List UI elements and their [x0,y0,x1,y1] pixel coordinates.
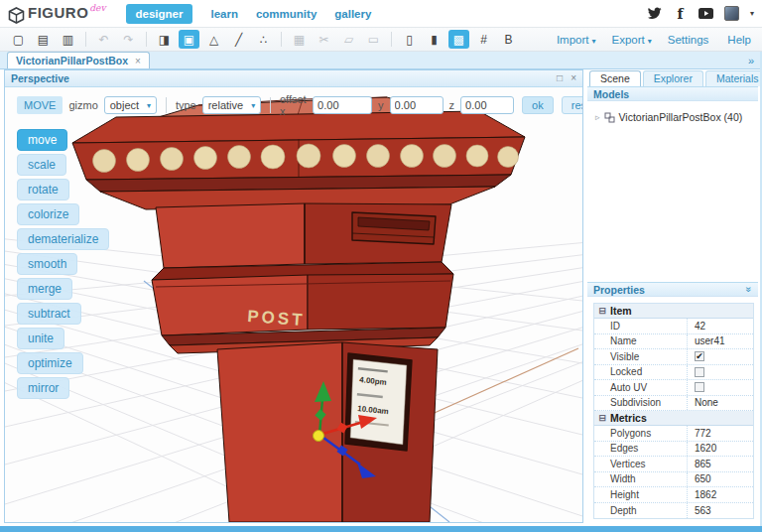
toolbar-links: Import▾ Export▾ Settings Help [557,34,754,46]
new-file-icon[interactable]: ▢ [8,30,29,49]
property-row: Height1862 [594,487,753,503]
separator[interactable] [85,32,86,47]
property-label: Name [594,334,688,349]
property-row: Edges1620 [594,442,753,458]
youtube-icon[interactable] [698,6,713,21]
top-navbar: FIGURO dev designer learn community gall… [0,0,762,27]
tool-button[interactable]: unite [17,328,64,349]
bottom-bar [0,526,762,532]
expander-icon[interactable]: ▹ [595,112,600,122]
toolbar-link[interactable]: Import▾ [557,34,596,46]
avatar-caret-icon[interactable]: ▾ [750,9,754,18]
nav-item[interactable]: learn [210,8,238,20]
sidebar-collapse-icon[interactable]: » [748,55,754,66]
select-face-icon[interactable]: △ [203,30,224,49]
offset-x-input[interactable] [313,96,372,114]
save-copy-icon[interactable]: ▥ [58,30,78,49]
property-value: 772 [688,428,753,439]
separator[interactable] [146,32,147,47]
figuro-logo[interactable]: FIGURO dev [8,4,106,24]
viewport-canvas[interactable]: POST 4.00pm 10.00am [5,87,582,522]
divider [270,97,271,113]
figuro-app: FIGURO dev designer learn community gall… [0,0,762,532]
collapse-group-icon[interactable]: ⊟ [594,306,610,316]
property-value: 42 [688,321,753,332]
ok-button[interactable]: ok [522,96,554,114]
undo-icon[interactable]: ↶ [93,30,114,49]
tool-button[interactable]: smooth [17,253,77,275]
separator[interactable] [281,32,282,47]
solid-mode-icon[interactable]: ▮ [424,30,444,49]
property-label: Polygons [594,426,688,441]
property-row: Vertices865 [594,457,753,472]
property-group-header[interactable]: ⊟Metrics [594,411,753,426]
nav-item[interactable]: designer [126,4,193,24]
divider [166,97,167,113]
tool-button[interactable]: merge [17,278,72,300]
paste-icon[interactable]: ▭ [363,30,384,49]
toolbar-link[interactable]: Settings [668,34,712,46]
textured-mode-icon[interactable]: ▩ [448,30,469,49]
cut-icon[interactable]: ✂ [314,30,334,49]
tool-button[interactable]: dematerialize [17,228,109,250]
nav-item[interactable]: gallery [334,8,371,20]
select-vertex-icon[interactable]: ∴ [253,30,274,49]
collapse-properties-icon[interactable]: » [744,287,755,293]
post-lettering: POST [247,307,306,330]
sidebar-tab[interactable]: Materials [705,70,762,86]
property-value [688,382,753,392]
user-avatar[interactable] [724,6,739,21]
tab-victorianpillarpostbox[interactable]: VictorianPillarPostBox × [7,52,150,68]
checkbox-checked[interactable]: ✔ [695,351,704,361]
tool-button[interactable]: optimize [17,352,83,374]
tree-item-postbox[interactable]: ▹ VictorianPillarPostBox (40) [595,111,758,123]
toolbar-link[interactable]: Help [727,34,754,46]
property-group-header[interactable]: ⊟Item [594,304,753,319]
paint-icon[interactable]: ◨ [154,30,175,49]
maximize-panel-icon[interactable]: □ [557,73,563,83]
checkbox-unchecked[interactable] [695,367,704,377]
tool-button[interactable]: rotate [17,179,69,200]
sidebar-tab[interactable]: Explorer [643,70,703,86]
gizmo-select[interactable]: object ▾ [104,96,157,114]
nav-item[interactable]: community [256,8,317,20]
select-fill-icon[interactable]: ▦ [289,30,310,49]
bounds-toggle-icon[interactable]: B [498,30,519,49]
tool-button[interactable]: colorize [17,203,79,225]
wireframe-mode-icon[interactable]: ▯ [399,30,420,49]
property-label: Subdivision [594,396,688,411]
close-panel-icon[interactable]: × [571,73,576,83]
offset-z-label: z [449,99,455,111]
toolbar-link[interactable]: Export▾ [612,34,652,46]
tool-button[interactable]: scale [17,154,66,176]
redo-icon[interactable]: ↷ [118,30,139,49]
properties-table: ⊟ItemID42Nameuser41Visible✔LockedAuto UV… [593,303,754,519]
checkbox-unchecked[interactable] [695,382,704,392]
save-icon[interactable]: ▤ [33,30,54,49]
facebook-icon[interactable]: f [673,6,688,21]
sidebar-tab[interactable]: Scene [589,70,641,86]
models-tree: ▹ VictorianPillarPostBox (40) [587,101,758,123]
property-label: Vertices [594,457,688,471]
select-object-icon[interactable]: ▣ [179,30,199,49]
type-select[interactable]: relative ▾ [202,96,261,114]
separator[interactable] [391,32,392,47]
tool-button[interactable]: mirror [17,377,69,399]
select-edge-icon[interactable]: ╱ [228,30,249,49]
toolbar-icons: ▢ ▤ ▥ ↶ ↷ ◨ ▣ △ ╱ ∴ [8,30,519,49]
copy-icon[interactable]: ▱ [338,30,359,49]
chevron-down-icon: ▾ [147,101,151,110]
property-row: Auto UV [594,380,753,396]
nav-items: designer learn community gallery [126,4,372,24]
collapse-group-icon[interactable]: ⊟ [594,413,610,423]
tool-button[interactable]: subtract [17,303,81,325]
offset-z-input[interactable] [460,96,514,114]
tool-button[interactable]: move [17,129,67,151]
properties-section: Properties » ⊟ItemID42Nameuser41Visible✔… [587,282,758,519]
twitter-icon[interactable] [647,6,662,21]
offset-y-input[interactable] [390,96,444,114]
tab-close-icon[interactable]: × [135,56,141,66]
dropdown-caret-icon: ▾ [592,37,596,46]
grid-toggle-icon[interactable]: # [473,30,494,49]
reset-button[interactable]: reset [562,96,582,114]
